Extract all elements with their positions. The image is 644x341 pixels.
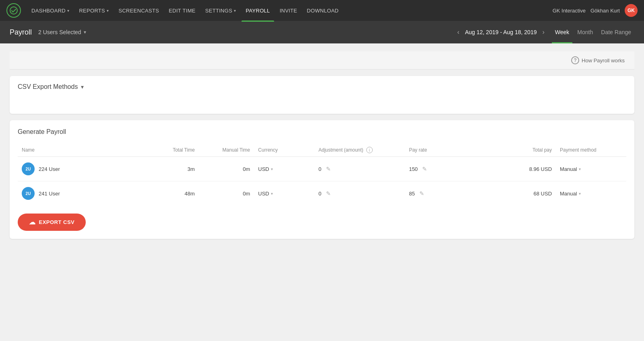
csv-export-body — [10, 98, 634, 114]
currency-value-0: USD — [258, 166, 269, 172]
page-title: Payroll — [10, 28, 32, 37]
nav-payroll[interactable]: PAYROLL — [242, 5, 274, 16]
nav-reports[interactable]: REPORTS ▾ — [75, 5, 113, 16]
users-selected-label: 2 Users Selected — [38, 29, 81, 35]
payment-method-arrow-icon-1: ▾ — [579, 191, 581, 196]
company-name: GK Interactive — [553, 8, 586, 14]
table-row: 2U 224 User 3m 0m USD ▾ 0 ✎ 150 ✎ 8.96 U… — [18, 157, 626, 181]
currency-arrow-icon-0: ▾ — [271, 167, 273, 171]
col-total-time: Total Time — [149, 144, 199, 157]
pay-rate-value-0: 150 — [409, 166, 418, 172]
cell-manual-time-1: 0m — [199, 181, 254, 206]
cell-payment-method-0: Manual ▾ — [556, 157, 626, 181]
chevron-down-icon: ▾ — [107, 8, 109, 13]
nav-invite[interactable]: INVITE — [276, 5, 301, 16]
col-pay-rate: Pay rate — [405, 144, 480, 157]
nav-download[interactable]: DOWNLOAD — [303, 5, 343, 16]
export-csv-button[interactable]: ☁ EXPORT CSV — [18, 214, 86, 231]
help-icon: ? — [571, 56, 579, 64]
next-period-button[interactable]: › — [540, 27, 547, 37]
top-navigation: DASHBOARD ▾ REPORTS ▾ SCREENCASTS EDIT T… — [0, 0, 644, 21]
col-payment-method: Payment method — [556, 144, 626, 157]
how-payroll-works-link[interactable]: ? How Payroll works — [571, 56, 625, 64]
nav-dashboard[interactable]: DASHBOARD ▾ — [27, 5, 73, 16]
nav-right: GK Interactive Gökhan Kurt GK — [553, 4, 638, 17]
user-name: Gökhan Kurt — [590, 8, 620, 14]
tab-month[interactable]: Month — [574, 27, 596, 37]
col-currency: Currency — [254, 144, 314, 157]
currency-value-1: USD — [258, 191, 269, 197]
users-selected-dropdown[interactable]: 2 Users Selected ▾ — [38, 29, 86, 35]
cloud-upload-icon: ☁ — [29, 218, 36, 226]
subheader-right: ‹ Aug 12, 2019 - Aug 18, 2019 › Week Mon… — [455, 27, 634, 37]
currency-dropdown-0[interactable]: USD ▾ — [258, 166, 310, 172]
cell-total-time-0: 3m — [149, 157, 199, 181]
user-cell-0: 2U 224 User — [22, 162, 144, 175]
cell-pay-rate-0: 150 ✎ — [405, 157, 480, 181]
subheader: Payroll 2 Users Selected ▾ ‹ Aug 12, 201… — [0, 21, 644, 43]
col-adjustment: Adjustment (amount) i — [314, 144, 405, 157]
prev-period-button[interactable]: ‹ — [455, 27, 462, 37]
cell-manual-time-0: 0m — [199, 157, 254, 181]
payment-method-dropdown-1[interactable]: Manual ▾ — [560, 191, 622, 197]
app-logo[interactable] — [6, 3, 21, 18]
chevron-down-icon: ▾ — [84, 29, 86, 35]
cell-payment-method-1: Manual ▾ — [556, 181, 626, 206]
csv-export-title: CSV Export Methods — [18, 83, 78, 90]
csv-export-header[interactable]: CSV Export Methods ▾ — [10, 76, 634, 98]
payment-method-value-1: Manual — [560, 191, 577, 197]
currency-arrow-icon-1: ▾ — [271, 191, 273, 196]
adjustment-value-1: 0 — [318, 191, 321, 197]
csv-export-card: CSV Export Methods ▾ — [10, 76, 634, 114]
nav-edit-time[interactable]: EDIT TIME — [165, 5, 200, 16]
adjustment-edit-icon-1[interactable]: ✎ — [326, 190, 331, 197]
cell-adjustment-1: 0 ✎ — [314, 181, 405, 206]
tab-week[interactable]: Week — [552, 27, 573, 37]
export-btn-label: EXPORT CSV — [39, 219, 75, 225]
user-name-0: 224 User — [39, 166, 60, 172]
tab-date-range[interactable]: Date Range — [598, 27, 634, 37]
cell-name-0: 2U 224 User — [18, 157, 149, 181]
chevron-down-icon: ▾ — [234, 8, 236, 13]
payment-method-value-0: Manual — [560, 166, 577, 172]
chevron-down-icon: ▾ — [67, 8, 69, 13]
avatar[interactable]: GK — [625, 4, 638, 17]
date-range-display: Aug 12, 2019 - Aug 18, 2019 — [465, 29, 537, 35]
adjustment-info-icon[interactable]: i — [366, 147, 373, 153]
help-bar: ? How Payroll works — [10, 51, 634, 70]
nav-screencasts[interactable]: SCREENCASTS — [114, 5, 163, 16]
pay-rate-edit-icon-0[interactable]: ✎ — [422, 166, 427, 172]
generate-payroll-title: Generate Payroll — [18, 128, 626, 136]
currency-dropdown-1[interactable]: USD ▾ — [258, 191, 310, 197]
nav-settings[interactable]: SETTINGS ▾ — [201, 5, 240, 16]
cell-total-pay-1: 68 USD — [481, 181, 556, 206]
user-avatar-0: 2U — [22, 162, 35, 175]
csv-chevron-icon: ▾ — [81, 84, 84, 90]
generate-payroll-card: Generate Payroll Name Total Time Manual … — [10, 120, 634, 239]
col-manual-time: Manual Time — [199, 144, 254, 157]
cell-pay-rate-1: 85 ✎ — [405, 181, 480, 206]
period-tabs: Week Month Date Range — [552, 27, 634, 37]
col-name: Name — [18, 144, 149, 157]
user-cell-1: 2U 241 User — [22, 187, 144, 200]
user-avatar-1: 2U — [22, 187, 35, 200]
pay-rate-edit-icon-1[interactable]: ✎ — [419, 190, 424, 197]
export-section: ☁ EXPORT CSV — [18, 205, 626, 231]
user-name-1: 241 User — [39, 191, 60, 197]
cell-total-pay-0: 8.96 USD — [481, 157, 556, 181]
date-navigation: ‹ Aug 12, 2019 - Aug 18, 2019 › — [455, 27, 547, 37]
help-link-text: How Payroll works — [582, 58, 625, 64]
cell-adjustment-0: 0 ✎ — [314, 157, 405, 181]
cell-currency-0: USD ▾ — [254, 157, 314, 181]
svg-point-0 — [10, 7, 17, 14]
adjustment-edit-icon-0[interactable]: ✎ — [326, 166, 331, 172]
payment-method-arrow-icon-0: ▾ — [579, 167, 581, 171]
payroll-table: Name Total Time Manual Time Currency Adj… — [18, 144, 626, 205]
main-content: ? How Payroll works CSV Export Methods ▾… — [0, 43, 644, 323]
pay-rate-value-1: 85 — [409, 191, 415, 197]
adjustment-value-0: 0 — [318, 166, 321, 172]
cell-currency-1: USD ▾ — [254, 181, 314, 206]
col-total-pay: Total pay — [481, 144, 556, 157]
table-row: 2U 241 User 48m 0m USD ▾ 0 ✎ 85 ✎ 68 USD — [18, 181, 626, 206]
payment-method-dropdown-0[interactable]: Manual ▾ — [560, 166, 622, 172]
